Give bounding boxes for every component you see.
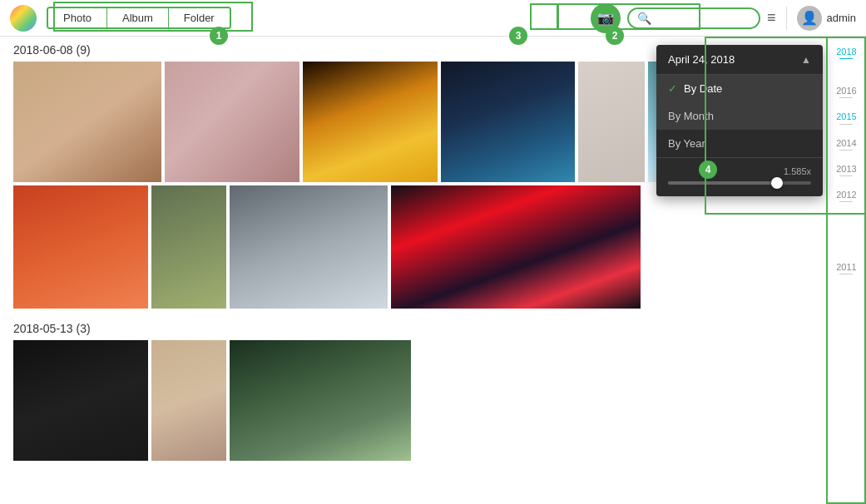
photo-thumb[interactable] [230, 340, 411, 461]
year-item-2013[interactable]: 2013 [836, 164, 856, 176]
tab-folder[interactable]: Folder [169, 8, 230, 27]
annotation-badge-2: 2 [606, 27, 624, 45]
year-item-2014[interactable]: 2014 [836, 138, 856, 151]
camera-icon: 📷 [597, 10, 614, 26]
menu-icon[interactable]: ≡ [767, 9, 776, 27]
user-section[interactable]: 👤 admin [797, 6, 856, 31]
timeline-sidebar: 2018 2016 2015 2014 2013 2012 2011 [826, 37, 866, 504]
slider-fill [668, 181, 775, 185]
by-month-label: By Month [668, 110, 714, 122]
year-item-2018[interactable]: 2018 [836, 47, 856, 59]
search-box: 🔍 [627, 7, 760, 29]
popup-by-date[interactable]: ✓ By Date [656, 75, 823, 102]
photo-thumb[interactable] [303, 62, 438, 182]
photo-row-2 [13, 185, 813, 309]
year-item-2015[interactable]: 2015 [836, 111, 856, 124]
timeline-years: 2018 2016 2015 2014 2013 2012 2011 [827, 43, 866, 276]
date-label-2: 2018-05-13 (3) [13, 322, 813, 335]
date-popup: April 24, 2018 ▲ ✓ By Date By Month By Y… [656, 45, 823, 196]
photo-thumb[interactable] [230, 185, 388, 309]
nav-tabs: Photo Album Folder [47, 7, 231, 29]
photo-thumb[interactable] [441, 62, 575, 182]
annotation-badge-1: 1 [210, 27, 228, 45]
header-divider [786, 7, 787, 30]
photo-thumb[interactable] [165, 62, 299, 182]
popup-chevron-icon[interactable]: ▲ [801, 54, 811, 66]
year-item-2016[interactable]: 2016 [836, 86, 856, 98]
slider-track[interactable] [668, 181, 811, 185]
by-date-label: By Date [684, 82, 722, 95]
check-icon: ✓ [668, 82, 677, 95]
popup-header: April 24, 2018 ▲ [656, 45, 823, 75]
by-year-label: By Year [668, 137, 705, 150]
photo-thumb[interactable] [151, 340, 226, 461]
popup-header-text: April 24, 2018 [668, 53, 735, 66]
year-item-2011[interactable]: 2011 [836, 262, 856, 274]
search-icon: 🔍 [637, 12, 651, 25]
year-item-2012[interactable]: 2012 [836, 190, 856, 202]
header: Photo Album Folder 📷 🔍 ≡ 👤 admin [0, 0, 866, 37]
tab-album[interactable]: Album [107, 8, 169, 27]
photo-thumb[interactable] [578, 62, 645, 182]
search-input[interactable] [656, 12, 750, 24]
annotation-badge-4: 4 [699, 161, 717, 179]
photo-thumb[interactable] [13, 62, 161, 182]
slider-value-label: 1.585x [668, 166, 811, 176]
user-name-label: admin [827, 12, 856, 24]
photo-thumb[interactable] [13, 340, 148, 461]
popup-by-year[interactable]: By Year [656, 130, 823, 157]
photo-thumb[interactable] [151, 185, 226, 309]
photo-row-3 [13, 340, 813, 461]
date-group-2: 2018-05-13 (3) [13, 322, 813, 461]
avatar: 👤 [797, 6, 822, 31]
slider-thumb[interactable] [771, 177, 783, 189]
popup-by-month[interactable]: By Month [656, 102, 823, 130]
photo-thumb[interactable] [13, 185, 148, 309]
popup-slider-section: 1.585x [656, 157, 823, 196]
photo-thumb[interactable] [391, 185, 641, 309]
app-logo [10, 5, 37, 32]
annotation-badge-3: 3 [509, 27, 527, 45]
tab-photo[interactable]: Photo [48, 8, 107, 27]
